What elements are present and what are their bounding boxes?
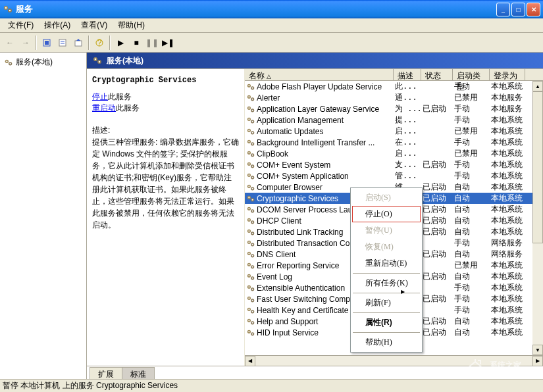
gear-icon	[246, 317, 255, 326]
gear-icon	[246, 205, 255, 214]
gear-icon	[246, 138, 255, 147]
col-name[interactable]: 名称 △	[245, 69, 394, 80]
ctx-properties[interactable]: 属性(R)	[352, 314, 421, 331]
maximize-button[interactable]: □	[511, 3, 525, 16]
tree-pane: 服务(本地)	[0, 53, 87, 379]
service-row[interactable]: Adobe Flash Player Update Service此...手动本…	[245, 81, 543, 92]
restart-button-tb[interactable]: ▶❚	[161, 36, 175, 50]
service-row[interactable]: Background Intelligent Transfer ...在...手…	[245, 137, 543, 148]
gear-icon	[246, 216, 255, 226]
tab-extended[interactable]: 扩展	[90, 367, 122, 379]
gear-icon	[246, 116, 255, 125]
gear-icon	[4, 58, 13, 67]
ctx-pause: 暂停(U)	[352, 222, 421, 239]
export-button[interactable]	[71, 36, 86, 50]
gear-icon	[246, 172, 255, 181]
gear-icon	[246, 160, 255, 170]
scroll-up-icon[interactable]: ▲	[532, 81, 543, 91]
list-header: 名称 △ 描述 状态 启动类型 登录为	[245, 69, 543, 81]
minimize-button[interactable]: _	[496, 3, 510, 16]
gear-icon	[246, 239, 255, 248]
service-row[interactable]: ClipBook启...已禁用本地系统	[245, 148, 543, 159]
restart-link[interactable]: 重启动	[92, 103, 116, 112]
close-button[interactable]: ✕	[527, 3, 540, 16]
selected-service-name: Cryptographic Services	[92, 76, 239, 85]
status-text: 暂停 本地计算机 上的服务 Cryptographic Services	[3, 380, 178, 391]
menu-action[interactable]: 操作(A)	[39, 18, 76, 32]
service-row[interactable]: COM+ System Application管...手动本地系统	[245, 170, 543, 182]
pause-button: ❚❚	[145, 36, 159, 50]
gear-icon	[246, 295, 255, 304]
ctx-restart[interactable]: 重新启动(E)	[352, 255, 421, 272]
help-button[interactable]: ?	[92, 36, 107, 50]
gear-icon	[246, 149, 255, 159]
window-title: 服务	[16, 3, 495, 15]
play-button[interactable]: ▶	[113, 36, 128, 50]
title-bar: 服务 _ □ ✕	[0, 0, 543, 18]
svg-text:?: ?	[97, 38, 102, 47]
service-row[interactable]: Automatic Updates启...已禁用本地系统	[245, 126, 543, 137]
ctx-all-tasks[interactable]: 所有任务(K)	[352, 275, 421, 291]
ctx-stop[interactable]: 停止(O)	[352, 206, 421, 222]
svg-rect-6	[59, 39, 66, 46]
menu-view[interactable]: 查看(V)	[76, 18, 113, 32]
gear-icon	[246, 272, 255, 282]
tab-standard[interactable]: 标准	[122, 367, 155, 379]
service-row[interactable]: Alerter通...已禁用本地服务	[245, 92, 543, 103]
detail-title: 服务(本地)	[107, 55, 143, 66]
gear-icon	[246, 93, 255, 103]
ctx-start: 启动(S)	[352, 189, 421, 206]
desc-label: 描述:	[92, 124, 239, 136]
gear-icon	[246, 228, 255, 237]
col-startup[interactable]: 启动类型	[453, 69, 490, 80]
tree-root-label: 服务(本地)	[16, 57, 53, 68]
gear-icon	[246, 127, 255, 136]
col-status[interactable]: 状态	[421, 69, 453, 80]
properties-button[interactable]	[55, 36, 70, 50]
ctx-refresh[interactable]: 刷新(F)	[352, 295, 421, 311]
menu-bar: 文件(F) 操作(A) 查看(V) 帮助(H)	[0, 18, 543, 33]
stop-button[interactable]: ■	[129, 36, 143, 50]
toolbar-button[interactable]	[39, 36, 54, 50]
toolbar: ← → ? ▶ ■ ❚❚ ▶❚	[0, 33, 543, 53]
gear-icon	[246, 306, 255, 315]
col-desc[interactable]: 描述	[394, 69, 421, 80]
tree-root[interactable]: 服务(本地)	[3, 55, 84, 69]
ctx-help[interactable]: 帮助(H)	[352, 334, 421, 351]
svg-rect-9	[75, 41, 82, 46]
gear-icon	[246, 283, 255, 293]
gear-icon	[246, 328, 255, 337]
gear-icon	[246, 250, 255, 259]
gear-icon	[246, 183, 255, 192]
service-list: 名称 △ 描述 状态 启动类型 登录为 Adobe Flash Player U…	[245, 69, 543, 366]
menu-help[interactable]: 帮助(H)	[113, 18, 150, 32]
menu-file[interactable]: 文件(F)	[3, 18, 39, 32]
stop-link[interactable]: 停止	[92, 92, 108, 101]
desc-text: 提供三种管理服务: 编录数据库服务，它确定 Windows 文件的签字; 受保护…	[92, 136, 239, 231]
gear-icon	[92, 55, 103, 66]
service-row[interactable]: Application Management提...手动本地系统	[245, 114, 543, 126]
app-icon	[3, 4, 13, 14]
scroll-left-icon[interactable]: ◀	[245, 356, 255, 366]
forward-button: →	[18, 36, 33, 50]
gear-icon	[246, 194, 255, 203]
back-button: ←	[3, 36, 17, 50]
watermark: 系统之家 XITONGZHIJIA.NET	[465, 358, 538, 379]
gear-icon	[246, 105, 255, 114]
ctx-resume: 恢复(M)	[352, 239, 421, 255]
scroll-down-icon[interactable]: ▼	[532, 345, 543, 355]
context-menu: 启动(S) 停止(O) 暂停(U) 恢复(M) 重新启动(E) 所有任务(K) …	[350, 187, 423, 353]
col-logon[interactable]: 登录为	[490, 69, 525, 80]
gear-icon	[246, 82, 255, 91]
house-icon	[465, 358, 486, 379]
service-row[interactable]: Application Layer Gateway Service为 ...已启…	[245, 103, 543, 114]
status-bar: 暂停 本地计算机 上的服务 Cryptographic Services	[0, 379, 543, 392]
svg-rect-5	[45, 41, 49, 45]
info-pane: Cryptographic Services 停止此服务 重启动此服务 描述: …	[87, 69, 245, 366]
service-row[interactable]: COM+ Event System支...已启动手动本地系统	[245, 159, 543, 170]
vertical-scrollbar[interactable]: ▲ ▼	[532, 81, 543, 355]
detail-header: 服务(本地)	[87, 53, 543, 68]
gear-icon	[246, 261, 255, 270]
